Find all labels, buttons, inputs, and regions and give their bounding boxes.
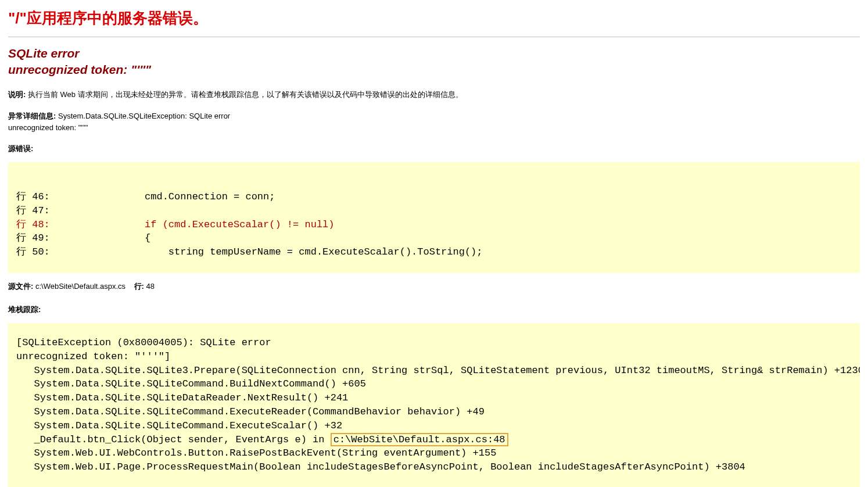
description-label: 说明: — [8, 90, 26, 99]
source-file-path: c:\WebSite\Default.aspx.cs — [33, 282, 125, 291]
stack-highlight: c:\WebSite\Default.aspx.cs:48 — [331, 433, 508, 446]
source-file-label: 源文件: — [8, 282, 33, 291]
stack-trace-label: 堆栈跟踪: — [8, 305, 860, 315]
page-title: "/"应用程序中的服务器错误。 — [8, 8, 860, 28]
stack-trace: [SQLiteException (0x80004005): SQLite er… — [8, 323, 860, 487]
exception-message: SQLite error unrecognized token: "'''" — [8, 45, 860, 78]
error-page: "/"应用程序中的服务器错误。 SQLite error unrecognize… — [0, 0, 868, 487]
source-line-label: 行: — [134, 282, 144, 291]
exception-details-line: 异常详细信息: System.Data.SQLite.SQLiteExcepti… — [8, 110, 860, 133]
source-line-number: 48 — [144, 282, 155, 291]
divider — [8, 37, 860, 37]
description-text: 执行当前 Web 请求期间，出现未经处理的异常。请检查堆栈跟踪信息，以了解有关该… — [26, 90, 462, 99]
exception-details-label: 异常详细信息: — [8, 112, 56, 120]
description-line: 说明: 执行当前 Web 请求期间，出现未经处理的异常。请检查堆栈跟踪信息，以了… — [8, 89, 860, 101]
source-error-label: 源错误: — [8, 144, 860, 154]
source-error-code: 行 46: cmd.Connection = conn; 行 47: 行 48:… — [8, 162, 860, 273]
source-file-line: 源文件: c:\WebSite\Default.aspx.cs 行: 48 — [8, 281, 860, 292]
